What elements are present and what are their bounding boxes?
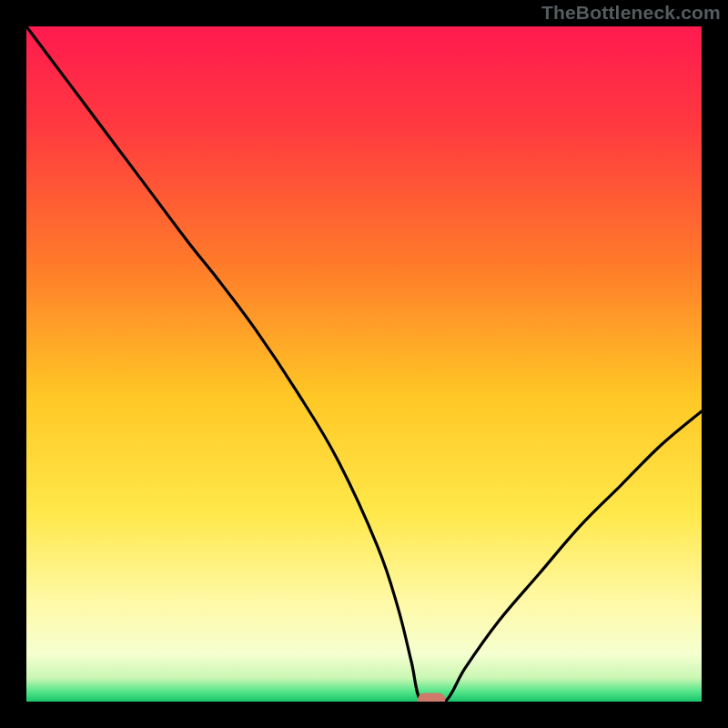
plot-background: [26, 26, 702, 702]
chart-frame: TheBottleneck.com: [0, 0, 728, 728]
optimal-marker: [418, 693, 445, 707]
bottleneck-chart: [0, 0, 728, 728]
watermark-text: TheBottleneck.com: [541, 2, 721, 24]
